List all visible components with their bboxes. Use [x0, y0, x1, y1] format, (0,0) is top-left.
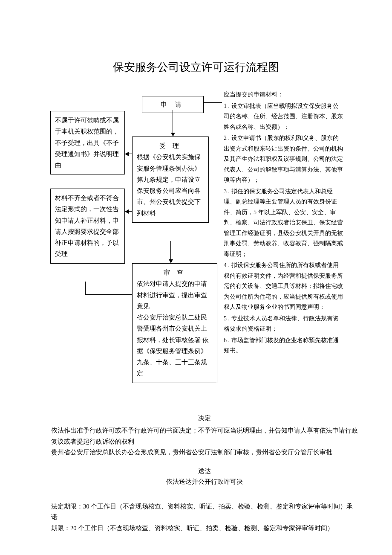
materials-item: 5 . 专业技术人员名单和法律、行政法规有资格要求的资格证明； [224, 314, 343, 334]
node-reject-scope-text: 不属于许可范畴或不属于本机关职权范围的，不予受理，出具《不予受理通知书》并说明理… [55, 117, 119, 169]
node-reject-scope: 不属于许可范畴或不属于本机关职权范围的，不予受理，出具《不予受理通知书》并说明理… [50, 111, 125, 174]
node-accept-title: 受 理 [137, 140, 204, 151]
page: 保安服务公司设立许可运行流程图 申 请 受 理 根据《公安机关实施保安服务管理条… [0, 0, 392, 555]
decide-title: 决定 [51, 413, 358, 424]
deliver-title: 送达 [51, 466, 358, 477]
decide-line: 贵州省公安厅治安总队长办公会形成意见，贵州省公安厅法制部门审核，贵州省公安厅分管… [51, 447, 358, 458]
node-incomplete-text: 材料不齐全或者不符合法定形式的，一次性告知申请人补正材料，申请人按照要求提交全部… [55, 195, 119, 257]
node-incomplete: 材料不齐全或者不符合法定形式的，一次性告知申请人补正材料，申请人按照要求提交全部… [50, 189, 125, 264]
node-review-title: 审 查 [137, 267, 213, 278]
section-decide: 决定 依法作出准予行政许可或不予行政许可的书面决定；不予许可应当说明理由，并告知… [51, 413, 358, 458]
deadline-line: 期限：20 个工作日（不含现场核查、资料核实、听证、拍卖、检验、检测、鉴定和专家… [51, 523, 358, 534]
connector [85, 294, 132, 295]
connector [204, 102, 222, 103]
connector [85, 282, 86, 294]
node-review-body: 依法对申请人提交的申请材料进行审查，提出审查意见 省公安厅治安总队二处民警受理各… [137, 278, 213, 379]
deadline-line: 法定期限：30 个工作日（不含现场核查、资料核实、听证、拍卖、检验、检测、鉴定和… [51, 501, 358, 523]
materials-item: 2 . 设立申请书（股东的权利和义务、股东的出资方式和股东转让出资的条件、公司的… [224, 133, 343, 186]
materials-list: 应当提交的申请材料： 1 . 设立审批表（应当载明拟设立保安服务公司的名称、住所… [224, 90, 343, 357]
decide-line: 依法作出准予行政许可或不予行政许可的书面决定；不予许可应当说明理由，并告知申请人… [51, 425, 358, 447]
materials-item: 3 . 拟任的保安服务公司法定代表人和总经理、副总经理等主要管理人员的有效身份证… [224, 186, 343, 260]
node-accept: 受 理 根据《公安机关实施保安服务管理条例办法》第九条规定，申请设立保安服务公司… [132, 137, 209, 223]
node-accept-body: 根据《公安机关实施保安服务管理条例办法》第九条规定，申请设立保安服务公司应当向各… [137, 151, 204, 219]
page-title: 保安服务公司设立许可运行流程图 [0, 60, 392, 75]
deliver-body: 依法送达并公开行政许可决 [51, 477, 358, 487]
materials-item: 1 . 设立审批表（应当载明拟设立保安服务公司的名称、住所、经营范围、注册资本、… [224, 101, 343, 133]
materials-item: 6 . 市场监管部门核发的企业名称预先核准通知书。 [224, 335, 343, 356]
materials-head: 应当提交的申请材料： [224, 90, 343, 100]
node-review: 审 查 依法对申请人提交的申请材料进行审查，提出审查意见 省公安厅治安总队二处民… [132, 263, 217, 383]
section-deadline: 法定期限：30 个工作日（不含现场核查、资料核实、听证、拍卖、检验、检测、鉴定和… [51, 501, 358, 534]
section-deliver: 送达 依法送达并公开行政许可决 [51, 466, 358, 488]
materials-item: 4 . 拟设保安服务公司住所的所有权或者使用权的有效证明文件，为经营和提供保安服… [224, 260, 343, 313]
node-apply-label: 申 请 [161, 101, 185, 108]
